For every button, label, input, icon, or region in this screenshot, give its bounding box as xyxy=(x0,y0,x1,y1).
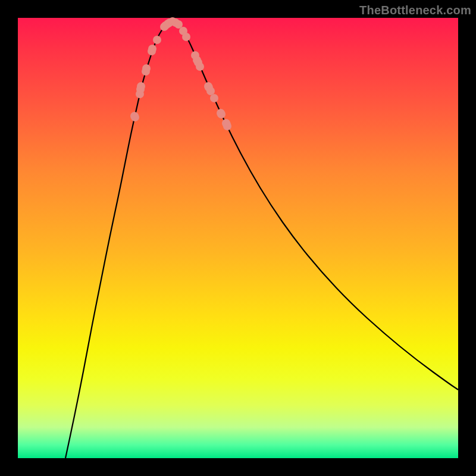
bottleneck-curve xyxy=(65,22,458,458)
data-marker xyxy=(223,122,231,130)
data-marker xyxy=(210,94,218,102)
data-marker xyxy=(153,36,161,44)
data-marker xyxy=(206,87,215,95)
data-marker xyxy=(137,82,145,90)
chart-container: TheBottleneck.com xyxy=(0,0,476,476)
data-marker xyxy=(148,45,156,53)
data-marker xyxy=(217,110,226,118)
chart-svg xyxy=(0,0,476,476)
data-marker xyxy=(182,33,190,41)
data-marker xyxy=(196,62,204,71)
data-marker xyxy=(142,64,151,73)
watermark-text: TheBottleneck.com xyxy=(359,4,471,17)
data-marker xyxy=(131,113,139,121)
